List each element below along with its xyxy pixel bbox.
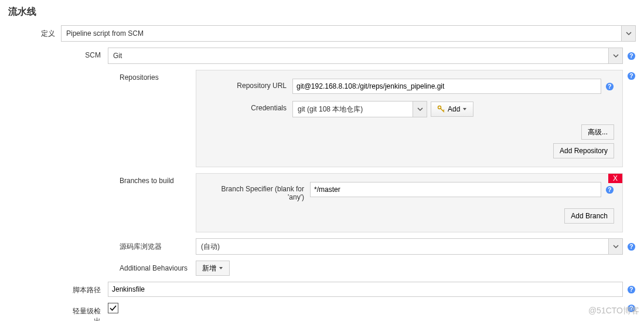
key-icon: [437, 105, 445, 113]
watermark: @51CTO博客: [588, 306, 639, 316]
branch-spec-label: Branch Specifier (blank for 'any'): [205, 182, 310, 201]
svg-text:?: ?: [629, 73, 633, 79]
svg-text:?: ?: [629, 244, 633, 250]
svg-text:?: ?: [608, 187, 611, 193]
advanced-button[interactable]: 高级...: [581, 124, 614, 140]
definition-label: 定义: [8, 25, 61, 39]
repo-browser-select[interactable]: (自动): [196, 238, 623, 255]
help-icon[interactable]: ?: [626, 51, 636, 60]
chevron-down-icon: [608, 48, 622, 63]
lightweight-checkbox[interactable]: [108, 303, 118, 313]
help-icon[interactable]: ?: [626, 285, 636, 294]
svg-text:?: ?: [608, 83, 611, 90]
definition-value: Pipeline script from SCM: [62, 26, 621, 41]
help-icon[interactable]: ?: [626, 71, 636, 80]
branches-group: X Branch Specifier (blank for 'any') ? A…: [196, 173, 623, 232]
caret-down-icon: [462, 107, 467, 111]
repo-browser-value: (自动): [196, 239, 608, 254]
add-repository-button[interactable]: Add Repository: [553, 143, 614, 158]
repo-url-label: Repository URL: [205, 79, 292, 90]
repositories-label: Repositories: [120, 70, 196, 82]
svg-text:?: ?: [629, 53, 633, 59]
credentials-value: git (git 108 本地仓库): [293, 102, 413, 117]
branches-label: Branches to build: [120, 173, 196, 185]
check-icon: [110, 305, 117, 312]
help-icon[interactable]: ?: [605, 82, 614, 91]
add-branch-button[interactable]: Add Branch: [564, 208, 614, 224]
chevron-down-icon: [413, 102, 427, 117]
repositories-group: Repository URL ? Credentials git (git 10…: [196, 70, 623, 167]
delete-branch-button[interactable]: X: [608, 174, 622, 183]
add-credentials-button[interactable]: Add: [431, 102, 473, 117]
script-path-input[interactable]: [108, 282, 623, 297]
lightweight-label: 轻量级检出: [67, 303, 108, 321]
add-behaviour-text: 新增: [202, 263, 216, 273]
repo-url-input[interactable]: [292, 79, 601, 94]
script-path-label: 脚本路径: [67, 282, 108, 295]
scm-value: Git: [108, 48, 608, 63]
browser-label: 源码库浏览器: [120, 238, 196, 252]
credentials-select[interactable]: git (git 108 本地仓库): [292, 101, 427, 117]
help-icon[interactable]: ?: [626, 242, 636, 251]
scm-label: SCM: [67, 48, 108, 59]
svg-point-4: [438, 106, 441, 109]
definition-select[interactable]: Pipeline script from SCM: [61, 25, 636, 42]
section-title: 流水线: [8, 6, 636, 18]
behaviours-label: Additional Behaviours: [120, 261, 196, 272]
chevron-down-icon: [608, 239, 622, 254]
branch-spec-input[interactable]: [310, 182, 601, 197]
help-icon[interactable]: ?: [605, 185, 614, 194]
scm-select[interactable]: Git: [108, 48, 623, 64]
credentials-label: Credentials: [205, 101, 292, 112]
svg-text:?: ?: [629, 286, 633, 293]
caret-down-icon: [219, 266, 223, 271]
add-cred-text: Add: [448, 105, 460, 113]
add-behaviour-button[interactable]: 新增: [196, 261, 230, 276]
chevron-down-icon: [621, 26, 635, 41]
